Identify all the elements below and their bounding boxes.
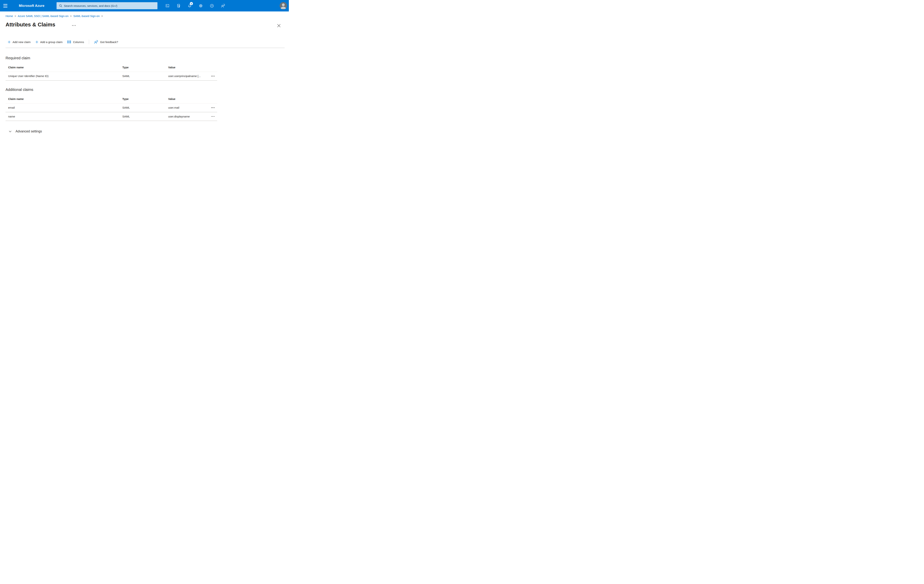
got-feedback-button[interactable]: Got feedback? bbox=[94, 40, 118, 44]
feedback-icon bbox=[221, 4, 225, 8]
notifications-button[interactable]: 6 bbox=[186, 2, 194, 10]
claim-name-cell: name bbox=[5, 115, 120, 118]
help-icon: ? bbox=[210, 4, 214, 8]
columns-button[interactable]: Columns bbox=[67, 40, 84, 44]
claim-name-cell: email bbox=[5, 106, 120, 109]
feedback-icon bbox=[94, 40, 98, 44]
column-header-claim-name: Claim name bbox=[5, 66, 120, 69]
plus-icon bbox=[8, 41, 10, 43]
advanced-settings-toggle[interactable]: Advanced settings bbox=[8, 130, 42, 133]
directory-filter-icon bbox=[177, 4, 181, 8]
page-title: Attributes & Claims bbox=[5, 21, 55, 28]
feedback-button[interactable] bbox=[219, 2, 227, 10]
table-row[interactable]: Unique User Identifier (Name ID) SAML us… bbox=[5, 72, 217, 81]
column-header-type: Type bbox=[120, 97, 166, 100]
topbar-actions: 6 ? bbox=[163, 0, 227, 12]
settings-button[interactable] bbox=[196, 2, 205, 10]
additional-claims-table: Claim name Type Value email SAML user.ma… bbox=[5, 95, 217, 121]
required-claim-heading: Required claim bbox=[5, 56, 30, 60]
column-header-type: Type bbox=[120, 66, 166, 69]
avatar[interactable] bbox=[280, 2, 287, 10]
add-group-claim-label: Add a group claim bbox=[40, 40, 63, 44]
add-new-claim-button[interactable]: Add new claim bbox=[8, 40, 31, 44]
row-context-menu-button[interactable] bbox=[211, 115, 216, 118]
breadcrumb-separator: > bbox=[70, 15, 72, 18]
row-context-menu-button[interactable] bbox=[211, 106, 216, 109]
help-button[interactable]: ? bbox=[208, 2, 216, 10]
claim-value-cell: user.mail bbox=[166, 106, 206, 109]
ellipsis-icon bbox=[211, 116, 212, 117]
breadcrumb-home[interactable]: Home bbox=[5, 15, 13, 18]
notification-badge: 6 bbox=[190, 2, 193, 5]
cloud-shell-button[interactable] bbox=[163, 2, 172, 10]
toolbar-separator bbox=[5, 48, 285, 48]
required-claim-table: Claim name Type Value Unique User Identi… bbox=[5, 63, 217, 81]
ellipsis-icon bbox=[211, 107, 212, 108]
table-header-row: Claim name Type Value bbox=[5, 95, 217, 104]
columns-icon bbox=[67, 40, 71, 43]
settings-gear-icon bbox=[199, 4, 203, 8]
plus-icon bbox=[35, 41, 38, 43]
table-header-row: Claim name Type Value bbox=[5, 63, 217, 72]
table-row[interactable]: email SAML user.mail bbox=[5, 104, 217, 112]
more-button[interactable] bbox=[71, 25, 76, 26]
hamburger-menu-icon bbox=[3, 4, 7, 5]
global-search bbox=[56, 2, 157, 9]
row-context-menu-button[interactable] bbox=[211, 75, 216, 77]
breadcrumb-saml-signon[interactable]: SAML-based Sign-on bbox=[73, 15, 100, 18]
cloud-shell-icon bbox=[165, 4, 170, 8]
column-header-value: Value bbox=[166, 66, 206, 69]
claim-type-cell: SAML bbox=[120, 74, 166, 77]
add-group-claim-button[interactable]: Add a group claim bbox=[35, 40, 63, 44]
svg-text:?: ? bbox=[211, 5, 212, 7]
search-input[interactable] bbox=[56, 2, 157, 9]
column-header-claim-name: Claim name bbox=[5, 97, 120, 100]
got-feedback-label: Got feedback? bbox=[100, 40, 118, 44]
additional-claims-heading: Additional claims bbox=[5, 87, 33, 92]
claim-value-cell: user.userprincipalname [... bbox=[166, 74, 206, 77]
ellipsis-icon bbox=[72, 25, 73, 26]
command-bar: Add new claim Add a group claim Columns … bbox=[8, 39, 118, 45]
directory-filter-button[interactable] bbox=[175, 2, 183, 10]
advanced-settings-label: Advanced settings bbox=[15, 130, 42, 133]
columns-label: Columns bbox=[73, 40, 84, 44]
breadcrumb-app[interactable]: Azure SAML SSO | SAML-based Sign-on bbox=[18, 15, 68, 18]
claim-name-cell: Unique User Identifier (Name ID) bbox=[5, 74, 120, 77]
azure-top-bar: Microsoft Azure bbox=[0, 0, 289, 12]
avatar-silhouette bbox=[280, 2, 287, 10]
breadcrumb: Home > Azure SAML SSO | SAML-based Sign-… bbox=[5, 15, 104, 18]
chevron-down-icon bbox=[8, 130, 12, 133]
add-new-claim-label: Add new claim bbox=[13, 40, 31, 44]
breadcrumb-separator: > bbox=[15, 15, 16, 18]
table-row[interactable]: name SAML user.displayname bbox=[5, 112, 217, 121]
breadcrumb-separator: > bbox=[101, 15, 103, 18]
search-icon bbox=[59, 4, 62, 7]
claim-type-cell: SAML bbox=[120, 106, 166, 109]
ellipsis-icon bbox=[211, 76, 212, 76]
close-icon bbox=[277, 24, 281, 28]
claim-type-cell: SAML bbox=[120, 115, 166, 118]
brand-logo[interactable]: Microsoft Azure bbox=[19, 0, 45, 12]
column-header-value: Value bbox=[166, 97, 206, 100]
hamburger-menu-button[interactable] bbox=[3, 3, 9, 8]
close-button[interactable] bbox=[276, 23, 282, 29]
claim-value-cell: user.displayname bbox=[166, 115, 206, 118]
